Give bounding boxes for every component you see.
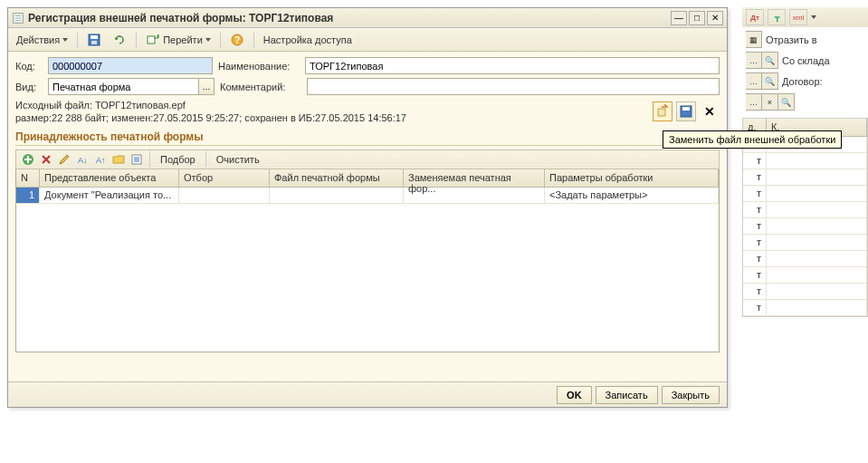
spreadsheet-icon[interactable]: ▦ [746, 31, 762, 48]
xml-icon[interactable]: xml [789, 9, 807, 25]
col-filter[interactable]: Отбор [179, 169, 270, 187]
replace-file-icon [655, 104, 670, 119]
name-input[interactable] [305, 57, 720, 74]
sort-asc-icon: A↓ [76, 153, 89, 166]
access-settings-button[interactable]: Настройка доступа [259, 31, 357, 49]
maximize-button[interactable]: □ [689, 11, 705, 25]
ok-button[interactable]: OK [557, 386, 592, 404]
save-icon-button[interactable] [82, 31, 106, 49]
edit-row-button[interactable] [56, 151, 72, 168]
list-button[interactable] [129, 151, 145, 168]
svg-rect-7 [148, 36, 155, 43]
svg-text:A↓: A↓ [78, 156, 88, 165]
sort-asc-button[interactable]: A↓ [74, 151, 91, 168]
close-window-button[interactable]: ✕ [707, 11, 723, 25]
clear-button[interactable]: Очистить [211, 154, 265, 165]
svg-rect-11 [682, 107, 690, 111]
replace-file-button[interactable] [653, 101, 672, 121]
go-icon [146, 33, 160, 47]
source-file-info: Исходный файл: ТОРГ12типовая.epf размер:… [15, 99, 653, 125]
go-menu[interactable]: Перейти [141, 31, 215, 49]
add-row-button[interactable] [20, 151, 36, 168]
x-icon [40, 153, 52, 166]
clear-file-button[interactable]: ✕ [700, 101, 720, 121]
dialog-footer: OK Записать Закрыть [8, 381, 727, 407]
list-icon [130, 153, 143, 166]
plus-icon [22, 153, 34, 166]
ellipsis-button[interactable]: … [746, 72, 762, 90]
type-input[interactable] [48, 78, 198, 95]
help-icon: ? [230, 33, 244, 47]
svg-text:A↑: A↑ [96, 156, 106, 165]
parent-window-fragment: Дт ┳ xml ▦ Отразить в …🔍 Со склада …🔍 До… [742, 7, 868, 317]
pencil-icon [58, 153, 71, 166]
col-file[interactable]: Файл печатной формы [270, 169, 404, 187]
tooltip: Заменить файл внешней обработки [663, 130, 842, 149]
svg-rect-5 [91, 35, 98, 39]
write-button[interactable]: Записать [596, 386, 658, 404]
chevron-down-icon [205, 38, 211, 42]
window-title: Регистрация внешней печатной формы: ТОРГ… [28, 12, 669, 24]
form-icon [12, 12, 24, 24]
comment-label: Комментарий: [220, 82, 301, 92]
membership-grid[interactable]: N Представление объекта Отбор Файл печат… [15, 169, 720, 352]
type-ellipsis-button[interactable]: … [198, 78, 215, 95]
sort-desc-button[interactable]: A↑ [92, 151, 109, 168]
clear-icon[interactable]: × [762, 93, 778, 111]
titlebar[interactable]: Регистрация внешней печатной формы: ТОРГ… [8, 8, 727, 28]
select-button[interactable]: Подбор [155, 154, 201, 165]
search-icon[interactable]: 🔍 [778, 93, 795, 111]
close-button[interactable]: Закрыть [662, 386, 720, 404]
type-label: Вид: [15, 82, 43, 92]
from-warehouse-label: Со склада [782, 55, 830, 66]
save-file-button[interactable] [676, 101, 696, 121]
svg-text:?: ? [234, 35, 240, 45]
search-icon[interactable]: 🔍 [762, 72, 778, 90]
folder-icon [112, 153, 125, 166]
actions-menu[interactable]: Действия [12, 31, 72, 49]
comment-input[interactable] [307, 78, 720, 95]
delete-row-button[interactable] [38, 151, 54, 168]
chevron-down-icon [62, 38, 68, 42]
chevron-down-icon [811, 15, 816, 19]
floppy-icon [679, 104, 693, 119]
code-input[interactable] [48, 57, 213, 74]
minimize-button[interactable]: — [671, 11, 687, 25]
col-replaced[interactable]: Заменяемая печатная фор... [404, 169, 545, 187]
grid-toolbar: A↓ A↑ Подбор Очистить [15, 150, 720, 169]
main-toolbar: Действия Перейти ? Настройка доступа [8, 28, 727, 52]
code-label: Код: [15, 61, 43, 72]
table-row[interactable]: 1 Документ "Реализация то... <Задать пар… [16, 188, 719, 204]
tool-icon[interactable]: ┳ [768, 9, 786, 25]
ellipsis-button[interactable]: … [746, 52, 762, 69]
col-n[interactable]: N [16, 169, 40, 187]
col-params[interactable]: Параметры обработки [545, 169, 719, 187]
help-button[interactable]: ? [225, 31, 249, 49]
registration-dialog: Регистрация внешней печатной формы: ТОРГ… [7, 7, 728, 408]
sort-desc-icon: A↑ [94, 153, 107, 166]
folder-button[interactable] [110, 151, 127, 168]
contract-label: Договор: [782, 76, 823, 87]
refresh-icon-button[interactable] [108, 31, 131, 49]
reflect-label: Отразить в [766, 34, 817, 45]
membership-section-title: Принадлежность печатной формы [15, 130, 720, 146]
name-label: Наименование: [218, 61, 300, 72]
svg-rect-6 [91, 41, 97, 44]
ellipsis-button[interactable]: … [746, 93, 762, 111]
dtkt-icon[interactable]: Дт [746, 9, 764, 25]
col-object[interactable]: Представление объекта [40, 169, 179, 187]
search-icon[interactable]: 🔍 [762, 52, 778, 69]
